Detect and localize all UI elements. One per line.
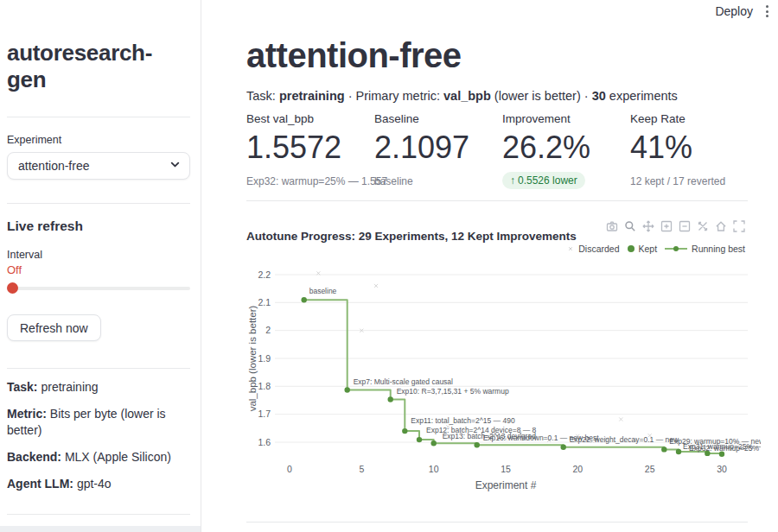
divider (7, 514, 190, 515)
legend-item-kept[interactable]: Kept (628, 244, 658, 254)
slider-thumb[interactable] (7, 282, 18, 294)
sidebar: autoresearch-gen Experiment attention-fr… (0, 0, 201, 532)
svg-text:val_bpb (lower is better): val_bpb (lower is better) (247, 305, 258, 411)
detail-agent-llm-value: gpt-4o (77, 477, 112, 491)
svg-text:5: 5 (359, 464, 364, 474)
svg-text:baseline: baseline (309, 287, 337, 295)
subtitle-metric-label: Primary metric: (356, 89, 440, 103)
slider-track[interactable] (7, 287, 190, 290)
subtitle-exp-suffix: experiments (609, 89, 678, 103)
legend-label: Kept (639, 244, 658, 254)
metric-value: 2.1097 (374, 130, 502, 166)
experiment-select-value: attention-free (18, 159, 90, 173)
metric-best-valbpb: Best val_bpb 1.5572 Exp32: warmup=25% — … (246, 112, 374, 189)
subtitle-metric-suffix: (lower is better) (494, 89, 581, 103)
experiment-subtitle: Task: pretraining · Primary metric: val_… (246, 89, 678, 103)
subtitle-task-label: Task: (246, 89, 276, 103)
kept-marker-icon (628, 245, 635, 252)
svg-text:10: 10 (429, 464, 439, 474)
chevron-down-icon (169, 158, 181, 174)
reset-axes-icon[interactable] (715, 220, 727, 232)
detail-backend: Backend: MLX (Apple Silicon) (7, 449, 190, 466)
pan-icon[interactable] (642, 220, 654, 232)
divider (7, 203, 190, 204)
svg-text:Exp32: warmup=25% — new best 1: Exp32: warmup=25% — new best 1.557 (689, 444, 761, 453)
detail-task-value: pretraining (41, 380, 98, 394)
zoom-out-icon[interactable] (679, 220, 691, 232)
svg-text:Exp11: total_batch=2^15 — 490: Exp11: total_batch=2^15 — 490 (411, 416, 515, 425)
autotune-chart-svg[interactable]: 1.61.71.81.922.12.2051015202530Experimen… (246, 259, 761, 503)
detail-agent-llm-label: Agent LLM: (7, 477, 73, 491)
experiment-label: Experiment (7, 134, 190, 146)
zoom-icon[interactable] (624, 220, 636, 232)
app: autoresearch-gen Experiment attention-fr… (0, 0, 778, 532)
metric-label: Keep Rate (630, 112, 758, 125)
svg-text:25: 25 (645, 464, 655, 474)
divider (7, 117, 190, 117)
detail-agent-llm: Agent LLM: gpt-4o (7, 476, 190, 492)
metric-baseline: Baseline 2.1097 baseline (374, 112, 502, 189)
metric-label: Best val_bpb (246, 112, 374, 125)
topbar: Deploy (715, 3, 771, 20)
detail-backend-value: MLX (Apple Silicon) (65, 450, 171, 464)
kebab-menu-icon[interactable] (763, 3, 771, 20)
detail-task-label: Task: (7, 380, 38, 394)
metric-delta-badge: ↑0.5526 lower (502, 172, 585, 189)
metric-value: 1.5572 (246, 130, 374, 166)
metric-value: 26.2% (502, 130, 630, 166)
svg-text:Exp7: Multi-scale gated causal: Exp7: Multi-scale gated causal (354, 377, 453, 386)
svg-text:2.1: 2.1 (258, 297, 271, 307)
deploy-button[interactable]: Deploy (715, 4, 753, 18)
svg-text:1.8: 1.8 (258, 381, 271, 391)
legend-item-running-best[interactable]: Running best (665, 244, 745, 254)
svg-text:1.6: 1.6 (258, 437, 271, 447)
svg-text:20: 20 (572, 464, 583, 474)
metric-caption: 12 kept / 17 reverted (630, 175, 758, 187)
camera-icon[interactable] (606, 220, 618, 232)
experiment-details: Task: pretraining Metric: Bits per byte … (7, 379, 190, 491)
metric-keep-rate: Keep Rate 41% 12 kept / 17 reverted (630, 112, 758, 189)
legend-item-discarded[interactable]: Discarded (567, 244, 619, 254)
subtitle-metric-value: val_bpb (443, 89, 491, 103)
divider (246, 200, 748, 201)
subtitle-sep: · (584, 89, 589, 103)
interval-label: Interval (7, 249, 190, 261)
discarded-marker-icon (567, 244, 574, 254)
divider (246, 522, 748, 522)
page-title: attention-free (246, 36, 462, 75)
metric-value: 41% (630, 130, 758, 166)
metric-caption: baseline (374, 175, 502, 187)
metric-improvement: Improvement 26.2% ↑0.5526 lower (502, 112, 630, 189)
running-best-marker-icon (665, 245, 687, 252)
main-content: Deploy attention-free Task: pretraining … (202, 0, 778, 532)
subtitle-sep: · (348, 89, 353, 103)
experiment-select[interactable]: attention-free (7, 152, 190, 180)
sidebar-bottom-element (0, 526, 201, 532)
legend-label: Discarded (578, 244, 619, 254)
svg-text:Experiment #: Experiment # (475, 479, 537, 491)
arrow-up-icon: ↑ (510, 174, 515, 187)
chart-modebar (606, 220, 745, 232)
chart-legend: Discarded Kept Running best (567, 244, 745, 254)
svg-text:Exp22: weight_decay=0.1 — new: Exp22: weight_decay=0.1 — new (570, 435, 679, 444)
metric-caption: Exp32: warmup=25% — 1.557 (246, 175, 374, 187)
svg-text:0: 0 (287, 464, 292, 474)
svg-text:2.2: 2.2 (258, 269, 271, 280)
metric-label: Baseline (374, 112, 502, 125)
refresh-now-button[interactable]: Refresh now (7, 314, 101, 341)
subtitle-exp-count: 30 (592, 89, 606, 103)
legend-label: Running best (692, 244, 745, 254)
detail-metric: Metric: Bits per byte (lower is better) (7, 406, 190, 439)
detail-task: Task: pretraining (7, 379, 190, 396)
svg-text:Exp10: R=3,7,15,31 + 5% warmup: Exp10: R=3,7,15,31 + 5% warmup (397, 387, 509, 396)
svg-text:30: 30 (717, 464, 727, 474)
fullscreen-icon[interactable] (733, 220, 745, 232)
zoom-in-icon[interactable] (660, 220, 673, 232)
live-refresh-heading: Live refresh (7, 218, 190, 234)
autoscale-icon[interactable] (697, 220, 709, 232)
metrics-row: Best val_bpb 1.5572 Exp32: warmup=25% — … (246, 112, 758, 189)
svg-text:15: 15 (501, 464, 511, 474)
chart-title: Autotune Progress: 29 Experiments, 12 Ke… (246, 230, 577, 243)
divider (7, 368, 190, 369)
interval-slider[interactable] (7, 282, 190, 294)
